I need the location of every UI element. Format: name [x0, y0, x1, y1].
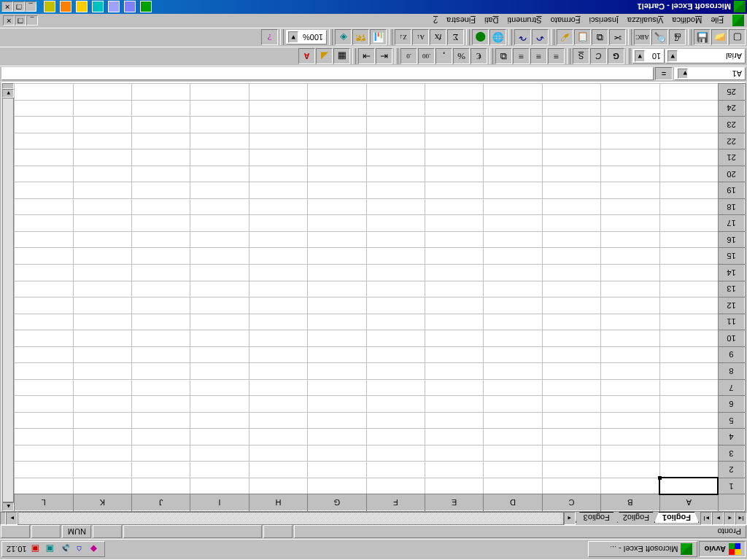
- cell-A6[interactable]: [659, 396, 718, 413]
- col-header-F[interactable]: F: [366, 494, 425, 511]
- cell-C11[interactable]: [542, 314, 600, 330]
- cell-K12[interactable]: [73, 298, 131, 314]
- cell-C23[interactable]: [542, 117, 600, 133]
- title-bar[interactable]: Microsoft Excel - Cartel1 _ ❐ ✕: [0, 0, 747, 14]
- mdi-icon-5[interactable]: [76, 1, 88, 13]
- cell-B8[interactable]: [601, 363, 659, 380]
- cell-D17[interactable]: [484, 215, 542, 232]
- cell-A14[interactable]: [659, 265, 718, 281]
- cell-A20[interactable]: [659, 166, 718, 182]
- cell-F17[interactable]: [366, 215, 425, 232]
- cell-G22[interactable]: [308, 133, 366, 149]
- cell-E17[interactable]: [425, 215, 483, 232]
- cell-E10[interactable]: [425, 330, 483, 347]
- cell-L7[interactable]: [15, 379, 74, 396]
- cell-E13[interactable]: [425, 281, 483, 298]
- cell-A19[interactable]: [659, 182, 718, 199]
- cell-L5[interactable]: [15, 412, 74, 429]
- cell-J7[interactable]: [131, 379, 190, 396]
- app-icon[interactable]: [734, 1, 746, 13]
- cell-L9[interactable]: [15, 346, 74, 363]
- row-header-11[interactable]: 11: [719, 314, 745, 330]
- cell-H6[interactable]: [249, 396, 307, 413]
- cell-K22[interactable]: [73, 133, 131, 149]
- row-header-12[interactable]: 12: [719, 298, 745, 314]
- cell-H5[interactable]: [249, 412, 307, 429]
- cell-F7[interactable]: [366, 379, 425, 396]
- cell-E18[interactable]: [425, 198, 483, 215]
- cell-J19[interactable]: [131, 182, 190, 199]
- cell-L24[interactable]: [15, 100, 74, 117]
- cell-B15[interactable]: [601, 248, 659, 265]
- row-header-8[interactable]: 8: [719, 363, 745, 380]
- cell-C20[interactable]: [542, 166, 600, 182]
- col-header-I[interactable]: I: [190, 494, 249, 511]
- menu-finestra[interactable]: Finestra: [442, 15, 480, 27]
- sheet-nav-next[interactable]: ▸: [712, 512, 724, 525]
- fill-color-button[interactable]: ◢: [316, 49, 333, 65]
- cell-J1[interactable]: [131, 478, 190, 494]
- align-right-button[interactable]: ≡: [513, 49, 530, 65]
- cell-G17[interactable]: [308, 215, 366, 232]
- name-box[interactable]: A1 ▾: [674, 68, 746, 81]
- vscroll-track[interactable]: [2, 98, 14, 502]
- col-header-G[interactable]: G: [308, 494, 366, 511]
- cell-L1[interactable]: [15, 478, 74, 494]
- cell-B4[interactable]: [601, 429, 659, 446]
- cell-C3[interactable]: [542, 445, 600, 462]
- cell-E6[interactable]: [425, 396, 483, 413]
- mdi-icon-6[interactable]: [60, 1, 71, 13]
- help-button[interactable]: ?: [261, 30, 278, 46]
- cell-D24[interactable]: [484, 100, 542, 117]
- cell-G6[interactable]: [308, 396, 366, 413]
- cell-L18[interactable]: [15, 198, 74, 215]
- cell-F16[interactable]: [366, 231, 425, 248]
- cell-H20[interactable]: [249, 166, 307, 182]
- cell-K21[interactable]: [73, 149, 131, 166]
- cell-D7[interactable]: [484, 379, 542, 396]
- cell-L19[interactable]: [15, 182, 74, 199]
- cell-L2[interactable]: [15, 462, 74, 478]
- cell-K24[interactable]: [73, 100, 131, 117]
- cell-H1[interactable]: [249, 478, 307, 494]
- row-header-5[interactable]: 5: [719, 412, 745, 429]
- cell-G10[interactable]: [308, 330, 366, 347]
- cell-H25[interactable]: [249, 84, 307, 101]
- cell-H23[interactable]: [249, 117, 307, 133]
- font-color-button[interactable]: A: [298, 49, 315, 65]
- cell-C14[interactable]: [542, 265, 600, 281]
- cell-I6[interactable]: [190, 396, 249, 413]
- cell-D1[interactable]: [484, 478, 542, 494]
- cell-A18[interactable]: [659, 198, 718, 215]
- cell-K5[interactable]: [73, 412, 131, 429]
- cell-E24[interactable]: [425, 100, 483, 117]
- cell-K25[interactable]: [73, 84, 131, 101]
- cell-F24[interactable]: [366, 100, 425, 117]
- row-header-25[interactable]: 25: [719, 84, 745, 101]
- cell-I20[interactable]: [190, 166, 249, 182]
- zoom-combo[interactable]: 100% ▾: [286, 31, 327, 45]
- cell-A2[interactable]: [659, 462, 718, 478]
- cell-I24[interactable]: [190, 100, 249, 117]
- cell-I11[interactable]: [190, 314, 249, 330]
- cell-I3[interactable]: [190, 445, 249, 462]
- increase-indent-button[interactable]: ⇥: [358, 49, 375, 65]
- cell-G19[interactable]: [308, 182, 366, 199]
- save-button[interactable]: 💾: [694, 30, 711, 46]
- cell-L15[interactable]: [15, 248, 74, 265]
- cell-K14[interactable]: [73, 265, 131, 281]
- cell-L17[interactable]: [15, 215, 74, 232]
- cell-K9[interactable]: [73, 346, 131, 363]
- cell-A24[interactable]: [659, 100, 718, 117]
- cell-D20[interactable]: [484, 166, 542, 182]
- cell-F21[interactable]: [366, 149, 425, 166]
- cell-J8[interactable]: [131, 363, 190, 380]
- cell-L6[interactable]: [15, 396, 74, 413]
- cell-E19[interactable]: [425, 182, 483, 199]
- decrease-decimal-button[interactable]: .0: [400, 49, 417, 65]
- row-header-23[interactable]: 23: [719, 117, 745, 133]
- sheet-tab-foglio3[interactable]: Foglio3: [576, 512, 618, 523]
- cell-G13[interactable]: [308, 281, 366, 298]
- menu-?[interactable]: ?: [429, 15, 442, 27]
- cell-H9[interactable]: [249, 346, 307, 363]
